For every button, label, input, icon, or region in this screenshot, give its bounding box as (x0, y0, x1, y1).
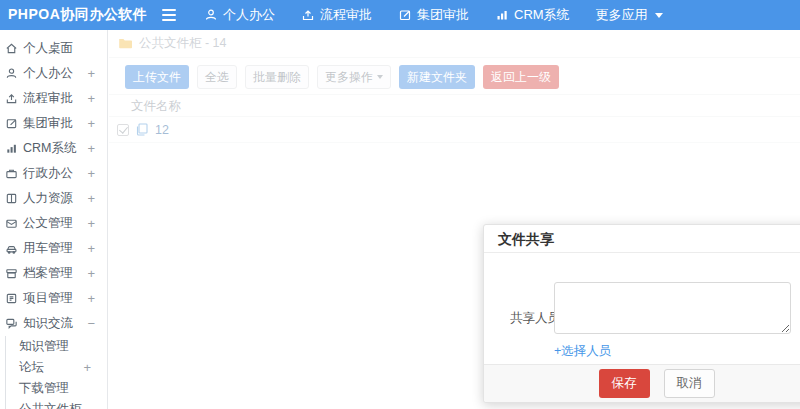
car-icon (5, 242, 19, 256)
briefcase-icon (5, 167, 19, 181)
edit-icon (5, 117, 19, 131)
dialog-title: 文件共享 (484, 225, 800, 253)
sidebar-item-process-approval[interactable]: 流程审批 + (0, 86, 107, 111)
sidebar-item-vehicle-mgmt[interactable]: 用车管理 + (0, 236, 107, 261)
chat-icon (5, 317, 19, 331)
cancel-button[interactable]: 取消 (664, 369, 715, 398)
share-members-label: 共享人员 (510, 310, 560, 327)
sidebar-item-crm[interactable]: CRM系统 + (0, 136, 107, 161)
sidebar-item-archive-mgmt[interactable]: 档案管理 + (0, 261, 107, 286)
sidebar-item-hr[interactable]: 人力资源 + (0, 186, 107, 211)
app-logo: PHPOA协同办公软件 (8, 6, 150, 24)
sidebar-item-knowledge-exchange[interactable]: 知识交流 − (0, 311, 107, 336)
sidebar-item-admin-office[interactable]: 行政办公 + (0, 161, 107, 186)
file-share-dialog: 文件共享 共享人员 +选择人员 保存 取消 (483, 224, 800, 403)
topnav-label: CRM系统 (514, 6, 570, 24)
edit-icon (398, 8, 412, 22)
menu-toggle-icon[interactable] (156, 3, 182, 27)
app-window: PHPOA协同办公软件 个人办公 流程审批 集团审批 (0, 0, 800, 409)
process-icon (301, 8, 315, 22)
dialog-footer: 保存 取消 (484, 364, 800, 402)
sidebar-subitem-download-mgmt[interactable]: 下载管理 (6, 378, 107, 399)
topnav-personal-office[interactable]: 个人办公 (204, 6, 275, 24)
select-members-link[interactable]: +选择人员 (554, 343, 611, 360)
sidebar-item-project-mgmt[interactable]: 项目管理 + (0, 286, 107, 311)
topnav-label: 集团审批 (417, 6, 469, 24)
save-button[interactable]: 保存 (599, 369, 650, 398)
chart-icon (495, 8, 509, 22)
topnav-group-approval[interactable]: 集团审批 (398, 6, 469, 24)
book-icon (5, 192, 19, 206)
top-bar: PHPOA协同办公软件 个人办公 流程审批 集团审批 (0, 0, 800, 30)
topnav-label: 个人办公 (223, 6, 275, 24)
project-icon (5, 292, 19, 306)
sidebar: 个人桌面 个人办公 + 流程审批 + 集团审批 + CRM系统 + 行政办公 + (0, 30, 108, 409)
user-icon (204, 8, 218, 22)
home-icon (5, 42, 19, 56)
top-nav: 个人办公 流程审批 集团审批 CRM系统 更多应用 (204, 6, 663, 24)
sidebar-item-group-approval[interactable]: 集团审批 + (0, 111, 107, 136)
knowledge-submenu: 知识管理 论坛 + 下载管理 公共文件柜 (5, 336, 107, 409)
envelope-icon (5, 217, 19, 231)
topnav-more-apps[interactable]: 更多应用 (596, 6, 663, 24)
sidebar-item-desktop[interactable]: 个人桌面 (0, 36, 107, 61)
sidebar-subitem-knowledge-mgmt[interactable]: 知识管理 (6, 336, 107, 357)
process-icon (5, 92, 19, 106)
sidebar-subitem-public-file-cabinet[interactable]: 公共文件柜 (6, 399, 107, 409)
user-icon (5, 67, 19, 81)
archive-icon (5, 267, 19, 281)
topnav-label: 流程审批 (320, 6, 372, 24)
dialog-body: 共享人员 +选择人员 (484, 253, 800, 364)
topnav-crm[interactable]: CRM系统 (495, 6, 570, 24)
caret-down-icon (655, 13, 663, 18)
topnav-label: 更多应用 (596, 6, 648, 24)
share-members-input[interactable] (554, 282, 791, 334)
sidebar-subitem-forum[interactable]: 论坛 + (6, 357, 107, 378)
sidebar-item-document-mgmt[interactable]: 公文管理 + (0, 211, 107, 236)
chart-icon (5, 142, 19, 156)
sidebar-item-personal-office[interactable]: 个人办公 + (0, 61, 107, 86)
topnav-process-approval[interactable]: 流程审批 (301, 6, 372, 24)
